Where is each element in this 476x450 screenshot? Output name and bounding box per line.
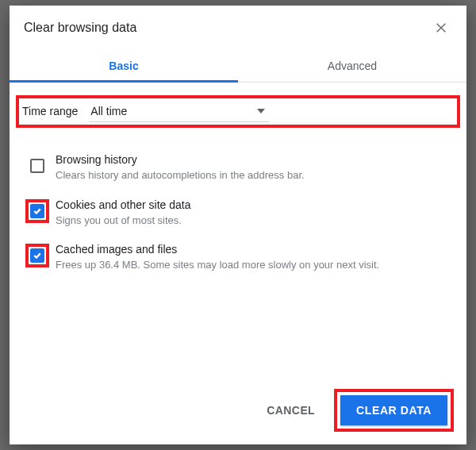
time-range-row: Time range All time bbox=[16, 95, 460, 128]
close-icon bbox=[435, 21, 447, 34]
option-browsing-history: Browsing history Clears history and auto… bbox=[10, 145, 466, 190]
checkbox-browsing-history[interactable] bbox=[30, 159, 44, 173]
option-title: Cached images and files bbox=[56, 243, 452, 256]
modal-backdrop: Clear browsing data Basic Advanced Time … bbox=[0, 0, 476, 450]
option-title: Browsing history bbox=[56, 153, 452, 166]
option-cache: Cached images and files Frees up 36.4 MB… bbox=[10, 235, 466, 280]
tab-advanced[interactable]: Advanced bbox=[238, 48, 466, 82]
dialog-title: Clear browsing data bbox=[24, 21, 136, 35]
option-desc: Signs you out of most sites. bbox=[56, 213, 452, 228]
tabs: Basic Advanced bbox=[10, 48, 466, 83]
close-button[interactable] bbox=[430, 17, 452, 39]
tab-basic[interactable]: Basic bbox=[10, 48, 238, 82]
option-desc: Frees up 36.4 MB. Some sites may load mo… bbox=[56, 258, 452, 272]
dialog-header: Clear browsing data bbox=[10, 6, 466, 44]
clear-data-button[interactable]: CLEAR DATA bbox=[340, 395, 447, 425]
time-range-value: All time bbox=[90, 105, 127, 117]
checkmark-icon bbox=[33, 251, 42, 260]
option-desc: Clears history and autocompletions in th… bbox=[56, 168, 452, 183]
checkbox-cache[interactable] bbox=[30, 248, 44, 263]
checkbox-cookies[interactable] bbox=[30, 204, 44, 218]
clear-data-highlight: CLEAR DATA bbox=[334, 389, 454, 432]
time-range-select[interactable]: All time bbox=[89, 101, 270, 122]
option-title: Cookies and other site data bbox=[56, 198, 452, 211]
cancel-button[interactable]: CANCEL bbox=[255, 396, 326, 425]
clear-browsing-data-dialog: Clear browsing data Basic Advanced Time … bbox=[10, 6, 466, 444]
checkmark-icon bbox=[33, 206, 42, 216]
time-range-label: Time range bbox=[22, 105, 78, 117]
options-list: Browsing history Clears history and auto… bbox=[10, 145, 466, 280]
dialog-body: Time range All time Browsing history C bbox=[10, 83, 466, 378]
option-cookies: Cookies and other site data Signs you ou… bbox=[10, 190, 466, 236]
chevron-down-icon bbox=[257, 107, 265, 115]
dialog-footer: CANCEL CLEAR DATA bbox=[10, 378, 466, 444]
